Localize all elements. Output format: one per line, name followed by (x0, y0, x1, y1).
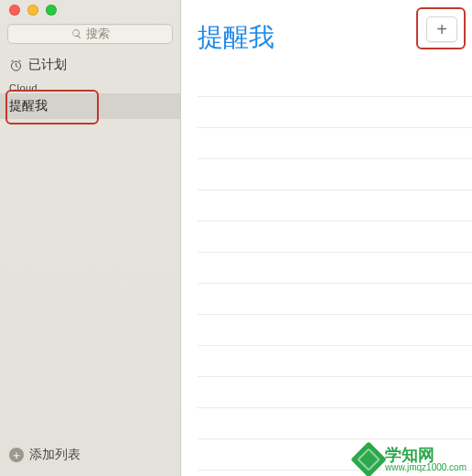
list-item[interactable] (198, 97, 472, 128)
list-item[interactable] (198, 284, 472, 315)
add-list-label: 添加列表 (29, 447, 80, 463)
plus-icon: + (436, 19, 447, 40)
list-title: 提醒我 (198, 20, 274, 55)
minimize-icon[interactable] (27, 5, 38, 16)
search-icon (71, 28, 82, 39)
clock-icon (9, 59, 23, 72)
list-item[interactable] (198, 159, 472, 190)
list-item[interactable] (198, 377, 472, 408)
search-input[interactable]: 搜索 (7, 24, 173, 44)
plus-icon: + (9, 448, 24, 462)
window-controls (0, 0, 180, 20)
list-item[interactable] (198, 439, 472, 471)
list-item[interactable] (198, 66, 472, 97)
list-item[interactable] (198, 346, 472, 377)
sidebar-item-reminders[interactable]: 提醒我 (0, 93, 180, 119)
list-item[interactable] (198, 408, 472, 439)
sidebar-spacer (0, 119, 180, 438)
close-icon[interactable] (9, 5, 20, 16)
list-item[interactable] (198, 190, 472, 222)
sidebar-item-label: 提醒我 (9, 98, 48, 113)
smart-list-scheduled[interactable]: 已计划 (0, 49, 180, 81)
list-item[interactable] (198, 253, 472, 284)
add-list-button[interactable]: + 添加列表 (0, 438, 180, 476)
sidebar: 搜索 已计划 Cloud 提醒我 + 添加列表 (0, 0, 181, 476)
main-pane: 提醒我 + (181, 0, 472, 476)
search-placeholder: 搜索 (86, 26, 110, 42)
main-header: 提醒我 + (181, 0, 472, 64)
add-reminder-button[interactable]: + (426, 16, 457, 42)
zoom-icon[interactable] (46, 5, 57, 16)
list-item[interactable] (198, 222, 472, 253)
reminders-window: 搜索 已计划 Cloud 提醒我 + 添加列表 提醒我 (0, 0, 472, 476)
list-item[interactable] (198, 315, 472, 346)
sidebar-group-label: Cloud (0, 81, 180, 93)
search-container: 搜索 (0, 20, 180, 49)
list-item[interactable] (198, 128, 472, 159)
smart-list-label: 已计划 (28, 57, 67, 73)
reminder-lines (198, 66, 472, 476)
